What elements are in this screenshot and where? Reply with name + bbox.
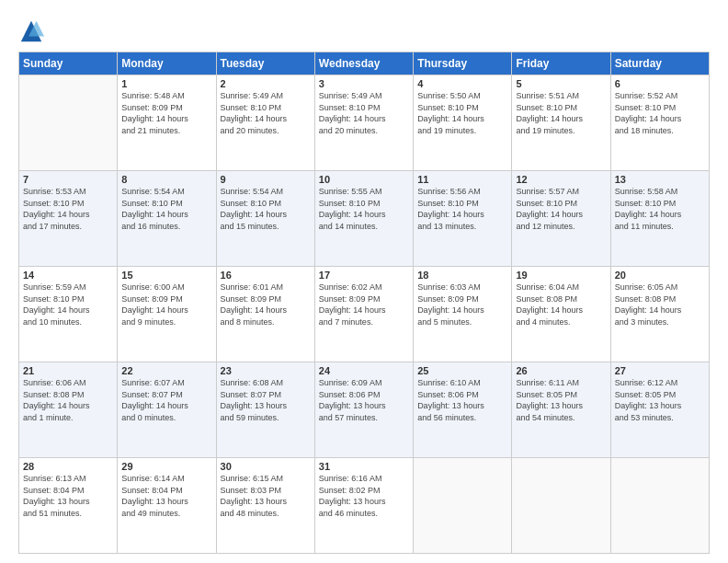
day-number: 1 <box>121 78 211 89</box>
day-number: 29 <box>121 461 211 472</box>
day-number: 27 <box>615 365 705 376</box>
calendar-cell: 7Sunrise: 5:53 AM Sunset: 8:10 PM Daylig… <box>19 171 118 267</box>
calendar-cell: 22Sunrise: 6:07 AM Sunset: 8:07 PM Dayli… <box>118 362 216 458</box>
calendar-cell: 24Sunrise: 6:09 AM Sunset: 8:06 PM Dayli… <box>314 362 413 458</box>
day-info: Sunrise: 5:50 AM Sunset: 8:10 PM Dayligh… <box>417 90 507 136</box>
day-number: 28 <box>23 461 113 472</box>
day-number: 19 <box>516 270 606 281</box>
calendar-cell: 13Sunrise: 5:58 AM Sunset: 8:10 PM Dayli… <box>610 171 709 267</box>
day-number: 7 <box>23 174 113 185</box>
day-number: 15 <box>121 270 211 281</box>
calendar-cell: 26Sunrise: 6:11 AM Sunset: 8:05 PM Dayli… <box>512 362 610 458</box>
calendar-cell: 25Sunrise: 6:10 AM Sunset: 8:06 PM Dayli… <box>414 362 512 458</box>
day-info: Sunrise: 6:07 AM Sunset: 8:07 PM Dayligh… <box>121 377 211 423</box>
day-number: 21 <box>23 365 113 376</box>
calendar-cell: 23Sunrise: 6:08 AM Sunset: 8:07 PM Dayli… <box>216 362 314 458</box>
col-header-wednesday: Wednesday <box>314 52 413 75</box>
day-number: 30 <box>221 461 311 472</box>
day-number: 9 <box>221 174 311 185</box>
calendar-cell <box>19 75 118 171</box>
day-number: 6 <box>615 78 705 89</box>
day-info: Sunrise: 6:12 AM Sunset: 8:05 PM Dayligh… <box>615 377 705 423</box>
logo <box>18 18 48 44</box>
calendar-cell: 20Sunrise: 6:05 AM Sunset: 8:08 PM Dayli… <box>610 267 709 362</box>
calendar-cell: 8Sunrise: 5:54 AM Sunset: 8:10 PM Daylig… <box>118 171 216 267</box>
day-info: Sunrise: 5:52 AM Sunset: 8:10 PM Dayligh… <box>615 90 705 136</box>
day-number: 22 <box>121 365 211 376</box>
day-number: 5 <box>516 78 606 89</box>
calendar-cell: 27Sunrise: 6:12 AM Sunset: 8:05 PM Dayli… <box>610 362 709 458</box>
calendar-cell: 31Sunrise: 6:16 AM Sunset: 8:02 PM Dayli… <box>314 458 413 554</box>
day-number: 12 <box>516 174 606 185</box>
calendar-cell <box>512 458 610 554</box>
day-number: 18 <box>417 270 507 281</box>
day-info: Sunrise: 6:16 AM Sunset: 8:02 PM Dayligh… <box>319 473 409 519</box>
day-info: Sunrise: 5:53 AM Sunset: 8:10 PM Dayligh… <box>23 186 113 232</box>
day-info: Sunrise: 6:09 AM Sunset: 8:06 PM Dayligh… <box>319 377 409 423</box>
calendar-cell: 21Sunrise: 6:06 AM Sunset: 8:08 PM Dayli… <box>19 362 118 458</box>
calendar-cell: 19Sunrise: 6:04 AM Sunset: 8:08 PM Dayli… <box>512 267 610 362</box>
calendar-cell: 14Sunrise: 5:59 AM Sunset: 8:10 PM Dayli… <box>19 267 118 362</box>
calendar-cell: 28Sunrise: 6:13 AM Sunset: 8:04 PM Dayli… <box>19 458 118 554</box>
day-number: 14 <box>23 270 113 281</box>
calendar-cell: 1Sunrise: 5:48 AM Sunset: 8:09 PM Daylig… <box>118 75 216 171</box>
day-info: Sunrise: 6:05 AM Sunset: 8:08 PM Dayligh… <box>615 282 705 327</box>
day-number: 25 <box>417 365 507 376</box>
day-number: 31 <box>319 461 409 472</box>
day-number: 24 <box>319 365 409 376</box>
day-number: 11 <box>417 174 507 185</box>
day-info: Sunrise: 6:13 AM Sunset: 8:04 PM Dayligh… <box>23 473 113 519</box>
day-info: Sunrise: 6:10 AM Sunset: 8:06 PM Dayligh… <box>417 377 507 423</box>
day-info: Sunrise: 6:03 AM Sunset: 8:09 PM Dayligh… <box>417 282 507 327</box>
calendar-cell: 5Sunrise: 5:51 AM Sunset: 8:10 PM Daylig… <box>512 75 610 171</box>
calendar-cell <box>610 458 709 554</box>
calendar-cell: 4Sunrise: 5:50 AM Sunset: 8:10 PM Daylig… <box>414 75 512 171</box>
calendar-cell <box>414 458 512 554</box>
calendar-cell: 29Sunrise: 6:14 AM Sunset: 8:04 PM Dayli… <box>118 458 216 554</box>
calendar-cell: 3Sunrise: 5:49 AM Sunset: 8:10 PM Daylig… <box>314 75 413 171</box>
col-header-tuesday: Tuesday <box>216 52 314 75</box>
day-number: 17 <box>319 270 409 281</box>
col-header-thursday: Thursday <box>414 52 512 75</box>
day-number: 13 <box>615 174 705 185</box>
day-number: 23 <box>221 365 311 376</box>
day-info: Sunrise: 6:11 AM Sunset: 8:05 PM Dayligh… <box>516 377 606 423</box>
logo-icon <box>18 18 44 44</box>
day-number: 20 <box>615 270 705 281</box>
calendar-cell: 2Sunrise: 5:49 AM Sunset: 8:10 PM Daylig… <box>216 75 314 171</box>
day-info: Sunrise: 5:49 AM Sunset: 8:10 PM Dayligh… <box>319 90 409 136</box>
day-info: Sunrise: 5:48 AM Sunset: 8:09 PM Dayligh… <box>121 90 211 136</box>
day-info: Sunrise: 5:51 AM Sunset: 8:10 PM Dayligh… <box>516 90 606 136</box>
col-header-monday: Monday <box>118 52 216 75</box>
calendar-cell: 18Sunrise: 6:03 AM Sunset: 8:09 PM Dayli… <box>414 267 512 362</box>
day-info: Sunrise: 5:57 AM Sunset: 8:10 PM Dayligh… <box>516 186 606 232</box>
day-number: 2 <box>221 78 311 89</box>
day-info: Sunrise: 5:49 AM Sunset: 8:10 PM Dayligh… <box>221 90 311 136</box>
day-number: 8 <box>121 174 211 185</box>
day-info: Sunrise: 5:54 AM Sunset: 8:10 PM Dayligh… <box>221 186 311 232</box>
col-header-saturday: Saturday <box>610 52 709 75</box>
col-header-friday: Friday <box>512 52 610 75</box>
calendar-cell: 15Sunrise: 6:00 AM Sunset: 8:09 PM Dayli… <box>118 267 216 362</box>
calendar-cell: 17Sunrise: 6:02 AM Sunset: 8:09 PM Dayli… <box>314 267 413 362</box>
calendar-cell: 9Sunrise: 5:54 AM Sunset: 8:10 PM Daylig… <box>216 171 314 267</box>
day-info: Sunrise: 5:54 AM Sunset: 8:10 PM Dayligh… <box>121 186 211 232</box>
day-info: Sunrise: 5:58 AM Sunset: 8:10 PM Dayligh… <box>615 186 705 232</box>
day-info: Sunrise: 6:04 AM Sunset: 8:08 PM Dayligh… <box>516 282 606 327</box>
day-number: 3 <box>319 78 409 89</box>
calendar-cell: 6Sunrise: 5:52 AM Sunset: 8:10 PM Daylig… <box>610 75 709 171</box>
day-info: Sunrise: 6:01 AM Sunset: 8:09 PM Dayligh… <box>221 282 311 327</box>
day-info: Sunrise: 6:14 AM Sunset: 8:04 PM Dayligh… <box>121 473 211 519</box>
calendar-cell: 11Sunrise: 5:56 AM Sunset: 8:10 PM Dayli… <box>414 171 512 267</box>
day-number: 10 <box>319 174 409 185</box>
calendar-cell: 10Sunrise: 5:55 AM Sunset: 8:10 PM Dayli… <box>314 171 413 267</box>
day-info: Sunrise: 6:06 AM Sunset: 8:08 PM Dayligh… <box>23 377 113 423</box>
day-info: Sunrise: 5:55 AM Sunset: 8:10 PM Dayligh… <box>319 186 409 232</box>
day-info: Sunrise: 5:59 AM Sunset: 8:10 PM Dayligh… <box>23 282 113 327</box>
page: SundayMondayTuesdayWednesdayThursdayFrid… <box>0 0 728 563</box>
day-info: Sunrise: 6:02 AM Sunset: 8:09 PM Dayligh… <box>319 282 409 327</box>
calendar-table: SundayMondayTuesdayWednesdayThursdayFrid… <box>18 52 710 554</box>
col-header-sunday: Sunday <box>19 52 118 75</box>
day-number: 16 <box>221 270 311 281</box>
calendar-cell: 16Sunrise: 6:01 AM Sunset: 8:09 PM Dayli… <box>216 267 314 362</box>
